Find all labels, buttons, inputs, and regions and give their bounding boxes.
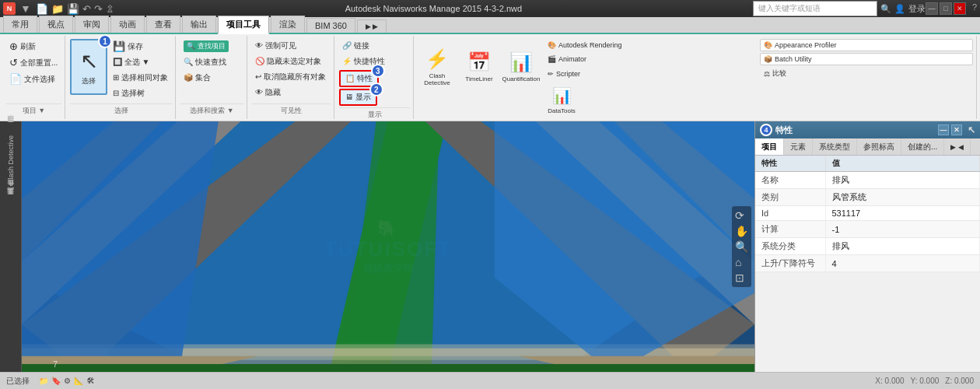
refresh-icon: ⊕ [9,40,18,52]
help-btn[interactable]: ? [972,2,977,15]
unhide-all-btn[interactable]: ↩ 取消隐藏所有对象 [252,70,331,84]
tab-chakan[interactable]: 查看 [146,16,180,33]
status-icon-ruler[interactable]: 📐 [74,377,83,385]
sidebar-item-clash[interactable]: Clash Detective [5,132,16,187]
tab-donghua[interactable]: 动画 [110,16,145,33]
select-same-btn[interactable]: ⊞ 选择相同对象 [110,71,171,85]
cursor-display: ↖ [968,124,975,135]
search-box[interactable]: 键入关键字或短语 [753,1,877,16]
nav-btn[interactable]: 👤 [894,4,905,14]
properties-table: 特性 值 名称 排风 类别 风管系统 Id 531117 [755,156,980,272]
minimize-btn[interactable]: — [926,2,938,15]
tab-shenyue[interactable]: 审阅 [75,16,109,33]
tab-bim360[interactable]: BIM 360 [306,18,355,33]
status-icon-bookmark[interactable]: 🔖 [51,377,61,385]
visibility-buttons: 👁 强制可见 🚫 隐藏未选定对象 ↩ 取消隐藏所有对象 👁 隐藏 [252,37,331,102]
left-sidebar: 项目目录 Clash Detective 集合 测量工具 [0,121,22,372]
panel-tabs: 项目 元素 系统类型 参照标高 创建的... ▶ ◀ [755,138,980,156]
ribbon-panel: ⊕刷新 ↺全部重置... 📄文件选择 项目 ▼ ↖ 选择 1 💾保存 🔲 全选 … [0,34,980,121]
rendering-icon: 🎨 [548,41,556,49]
panel-minimize-btn[interactable]: — [938,124,949,135]
datatools-btn[interactable]: 📊 DataTools [544,82,579,119]
menu-btn[interactable]: ▼ [19,2,33,15]
prop-value-rise-drop: 4 [825,255,980,272]
annotation-1: 1 [98,34,112,48]
nav-home-icon[interactable]: ⌂ [735,256,748,268]
tab-xiangmugongju[interactable]: 项目工具 [218,16,269,34]
status-icon-folder[interactable]: 📁 [39,377,48,385]
tools-mid-row: 🎬 Animator 📦 Batch Utility [544,53,973,65]
hide-btn[interactable]: 👁 隐藏 [252,86,331,100]
link-btn[interactable]: 🔗 链接 [339,39,410,53]
sidebar-item-sets[interactable]: 集合 [4,189,17,195]
sidebar-item-measure[interactable]: 测量工具 [4,197,17,203]
compare-btn[interactable]: ⚖ 比较 [761,67,974,80]
quick-open[interactable]: 📁 [51,3,64,15]
status-icon-wrench[interactable]: 🛠 [86,377,94,385]
tab-more[interactable]: ▶ ▶ [357,19,387,33]
quick-save[interactable]: 💾 [67,3,79,15]
login-btn[interactable]: 登录 [908,3,926,15]
tab-changyong[interactable]: 常用 [3,16,37,33]
timeliner-icon: 📅 [467,51,491,73]
quick-undo[interactable]: ↶ [82,3,91,15]
select-all-btn[interactable]: 🔲 全选 ▼ [110,55,171,69]
table-row: 计算 -1 [755,221,980,238]
table-row: 上升/下降符号 4 [755,255,980,272]
annotation-3: 3 [371,64,385,78]
quick-find-btn[interactable]: 🔍 快速查找 [180,55,243,69]
tools-bot-row: ✏ Scripter ⚖ 比较 [544,67,973,80]
nav-pan-icon[interactable]: ✋ [735,225,748,237]
tab-xuanran[interactable]: 渲染 [271,16,305,33]
close-btn[interactable]: ✕ [954,2,966,15]
quantification-btn[interactable]: 📊 Quantification [502,39,540,95]
panel-tab-more[interactable]: ▶ ◀ [944,138,971,155]
reset-all-btn[interactable]: ↺全部重置... [6,55,61,70]
annotation-4: 4 [760,124,772,136]
file-select-btn[interactable]: 📄文件选择 [6,72,61,86]
select-buttons: ↖ 选择 1 💾保存 🔲 全选 ▼ ⊞ 选择相同对象 ⊟ 选择树 [70,37,172,102]
timeliner-btn[interactable]: 📅 TimeLiner [460,39,498,95]
quick-redo[interactable]: ↷ [94,3,103,15]
hide-unselected-btn[interactable]: 🚫 隐藏未选定对象 [252,54,331,68]
datatools-icon: 📊 [552,86,572,105]
table-row: 名称 排风 [755,172,980,189]
batch-utility-btn[interactable]: 📦 Batch Utility [760,53,973,65]
viewport[interactable]: 🐘 TUTUISOFT 超级教学网 ⟳ ✋ 🔍 ⌂ ⊡ 7 [22,121,754,372]
search-btn[interactable]: 🔍 [880,4,891,14]
prop-value-sys-class: 排风 [825,238,980,255]
sidebar-item-project-tree[interactable]: 项目目录 [4,124,17,131]
clash-icon: ⚡ [425,48,449,70]
animator-btn[interactable]: 🎬 Animator [544,53,757,65]
tab-shidian[interactable]: 视点 [39,16,73,33]
tools-top-row: 🎨 Autodesk Rendering 🎨 Appearance Profil… [544,39,973,51]
find-items-btn[interactable]: 🔍 查找项目 [180,39,243,54]
status-icons: 📁 🔖 ⚙ 📐 🛠 [39,377,94,385]
status-icon-gear[interactable]: ⚙ [64,377,71,385]
refresh-btn[interactable]: ⊕刷新 [6,39,61,54]
appearance-profiler-btn[interactable]: 🎨 Appearance Profiler [760,39,973,51]
search-label: 选择和搜索 ▼ [180,103,243,117]
select-tree-btn[interactable]: ⊟ 选择树 [110,86,171,100]
panel-tab-ref-level[interactable]: 参照标高 [857,138,901,155]
panel-tab-element[interactable]: 元素 [784,138,813,155]
select-big-wrap: ↖ 选择 1 [70,39,107,95]
panel-tab-created[interactable]: 创建的... [901,138,944,155]
quick-select[interactable]: ⇫ [106,3,114,15]
nav-zoom-icon[interactable]: 🔍 [735,240,748,253]
nav-orbit-icon[interactable]: ⟳ [735,209,748,222]
panel-tab-system-type[interactable]: 系统类型 [813,138,857,155]
force-visible-btn[interactable]: 👁 强制可见 [252,39,331,53]
collection-btn[interactable]: 📦 集合 [180,71,243,85]
nav-fit-icon[interactable]: ⊡ [735,272,748,284]
panel-tab-project[interactable]: 项目 [755,138,784,155]
clash-detective-btn[interactable]: ⚡ ClashDetective [418,39,456,95]
autodesk-rendering-btn[interactable]: 🎨 Autodesk Rendering [544,39,757,51]
save-select-btn[interactable]: 💾保存 [110,39,171,54]
properties-panel: 4 特性 — ✕ ↖ 项目 元素 系统类型 参照标高 创建的... ▶ ◀ 特性 [754,121,980,372]
quick-new[interactable]: 📄 [36,3,48,15]
panel-close-btn[interactable]: ✕ [951,124,962,135]
tab-shuchu[interactable]: 输出 [182,16,216,33]
scripter-btn[interactable]: ✏ Scripter [544,67,758,80]
maximize-btn[interactable]: □ [940,2,952,15]
